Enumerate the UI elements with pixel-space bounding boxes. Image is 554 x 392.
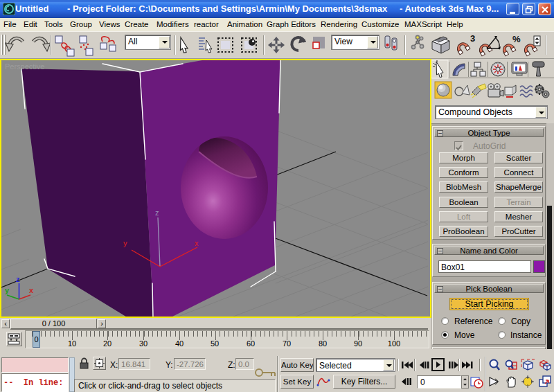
svg-text:%: % (512, 34, 521, 44)
svg-text:Perspective: Perspective (5, 62, 44, 71)
svg-text:z: z (16, 275, 20, 283)
svg-text:y: y (123, 239, 127, 247)
svg-text:x: x (29, 286, 34, 294)
svg-text:x: x (195, 239, 199, 247)
svg-text:z: z (155, 208, 159, 217)
svg-text:3: 3 (470, 33, 475, 44)
svg-text:y: y (5, 286, 10, 294)
